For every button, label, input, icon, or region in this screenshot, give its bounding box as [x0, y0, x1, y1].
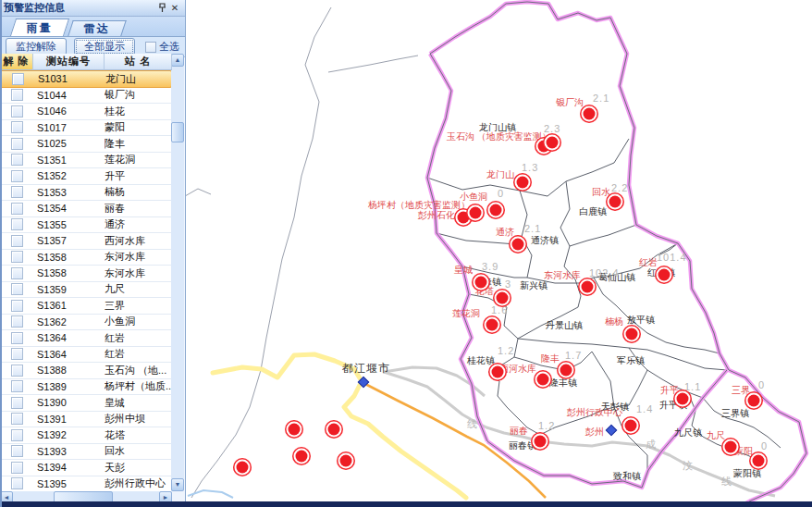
- station-marker-icon[interactable]: [582, 281, 594, 293]
- station-marker-icon[interactable]: [328, 424, 340, 436]
- release-checkbox[interactable]: [11, 89, 23, 101]
- release-checkbox[interactable]: [11, 380, 23, 392]
- release-checkbox[interactable]: [11, 283, 23, 295]
- table-row[interactable]: S1353 楠杨: [0, 185, 172, 202]
- table-row[interactable]: S1388 玉石沟 （地...: [0, 363, 172, 379]
- table-row[interactable]: S1392 花塔: [0, 427, 172, 444]
- station-marker-icon[interactable]: [470, 207, 482, 219]
- station-marker-icon[interactable]: [725, 441, 737, 453]
- table-row[interactable]: S1395 彭州行政中心: [0, 476, 172, 492]
- tab-rainfall[interactable]: 雨量: [10, 19, 69, 36]
- release-checkbox[interactable]: [11, 348, 23, 360]
- station-rainfall-value: 2.2: [611, 182, 628, 193]
- station-marker-icon[interactable]: [560, 365, 572, 377]
- station-marker-icon[interactable]: [296, 451, 308, 463]
- table-row[interactable]: S1044 银厂沟: [0, 88, 172, 105]
- table-row[interactable]: S1361 三界: [0, 298, 172, 315]
- select-all-checkbox[interactable]: [145, 42, 156, 53]
- release-checkbox[interactable]: [11, 105, 23, 117]
- station-marker-icon[interactable]: [340, 455, 352, 467]
- vertical-scrollbar[interactable]: ▲ ▼: [171, 54, 184, 491]
- station-marker-icon[interactable]: [609, 196, 621, 208]
- release-checkbox-cell: [0, 477, 33, 489]
- table-row[interactable]: S1359 九尺: [0, 282, 172, 299]
- station-marker-icon[interactable]: [458, 212, 470, 224]
- release-checkbox[interactable]: [11, 397, 23, 409]
- table-row[interactable]: S1046 桂花: [0, 104, 172, 120]
- release-checkbox[interactable]: [12, 73, 24, 85]
- station-marker-icon[interactable]: [517, 177, 529, 189]
- table-row[interactable]: S1355 通济: [0, 217, 172, 234]
- table-row[interactable]: S1357 西河水库: [0, 233, 172, 250]
- release-checkbox[interactable]: [11, 138, 23, 150]
- release-checkbox[interactable]: [11, 429, 23, 441]
- table-row[interactable]: S1358 东河水库: [0, 250, 172, 266]
- release-checkbox[interactable]: [11, 267, 23, 279]
- station-marker-icon[interactable]: [490, 204, 502, 216]
- release-checkbox[interactable]: [11, 235, 23, 247]
- station-marker-icon[interactable]: [753, 455, 765, 467]
- release-checkbox[interactable]: [11, 170, 23, 182]
- station-marker-icon[interactable]: [658, 269, 671, 281]
- table-row[interactable]: S1352 升平: [0, 168, 172, 185]
- table-row[interactable]: S1390 皇城: [0, 395, 172, 412]
- table-row[interactable]: S1031 龙门山: [0, 70, 172, 88]
- scroll-down-button[interactable]: ▼: [171, 478, 184, 491]
- table-row[interactable]: S1391 彭州中坝: [0, 412, 172, 428]
- table-row[interactable]: S1351 莲花洞: [0, 153, 172, 169]
- close-icon[interactable]: ✕: [168, 2, 181, 14]
- station-marker-icon[interactable]: [677, 393, 689, 405]
- release-checkbox[interactable]: [11, 365, 23, 377]
- station-marker-icon[interactable]: [748, 395, 760, 407]
- release-checkbox[interactable]: [11, 186, 23, 198]
- release-checkbox[interactable]: [11, 332, 23, 344]
- column-station-id[interactable]: 测站编号: [33, 54, 105, 70]
- town-label: 蒙阳镇: [733, 467, 761, 480]
- table-row[interactable]: S1393 回水: [0, 444, 172, 461]
- table-row[interactable]: S1017 蒙阳: [0, 120, 172, 137]
- town-label: 都江堰市: [342, 361, 390, 377]
- station-marker-icon[interactable]: [625, 420, 637, 432]
- table-row[interactable]: S1364 红岩: [0, 330, 172, 347]
- station-marker-icon[interactable]: [497, 292, 509, 304]
- release-checkbox[interactable]: [11, 462, 23, 474]
- release-checkbox[interactable]: [11, 300, 23, 312]
- release-checkbox[interactable]: [11, 413, 23, 425]
- scroll-up-button[interactable]: ▲: [171, 54, 184, 67]
- station-marker-icon[interactable]: [547, 137, 559, 149]
- station-marker-icon[interactable]: [289, 424, 301, 436]
- station-marker-icon[interactable]: [626, 328, 638, 340]
- station-marker-icon[interactable]: [475, 277, 487, 289]
- station-name-cell: 西河水库: [105, 234, 172, 248]
- station-marker-icon[interactable]: [237, 462, 249, 474]
- release-checkbox[interactable]: [11, 315, 23, 328]
- table-row[interactable]: S1362 小鱼洞: [0, 315, 172, 331]
- release-checkbox[interactable]: [11, 203, 23, 215]
- release-checkbox[interactable]: [11, 445, 23, 457]
- release-checkbox[interactable]: [11, 121, 23, 133]
- station-marker-icon[interactable]: [584, 108, 596, 120]
- table-row[interactable]: S1358 东河水库: [0, 266, 172, 282]
- release-checkbox[interactable]: [11, 154, 23, 166]
- table-row[interactable]: S1354 丽春: [0, 201, 172, 217]
- column-station-name[interactable]: 站 名: [105, 54, 172, 70]
- station-name-cell: 回水: [105, 444, 172, 458]
- pin-icon[interactable]: [155, 2, 168, 14]
- release-checkbox[interactable]: [11, 251, 23, 263]
- select-all-control[interactable]: 全选: [145, 40, 179, 54]
- station-marker-icon[interactable]: [492, 366, 504, 378]
- station-marker-icon[interactable]: [512, 239, 524, 251]
- release-checkbox[interactable]: [11, 477, 23, 489]
- release-checkbox[interactable]: [11, 218, 23, 230]
- station-rainfall-value: 1.1: [684, 381, 701, 392]
- column-release[interactable]: 解 除: [0, 54, 33, 70]
- tab-radar[interactable]: 雷达: [68, 20, 127, 36]
- vertical-scroll-thumb[interactable]: [171, 122, 184, 142]
- table-row[interactable]: S1025 隆丰: [0, 136, 172, 153]
- station-marker-icon[interactable]: [486, 319, 498, 331]
- table-row[interactable]: S1394 天彭: [0, 460, 172, 476]
- station-marker-icon[interactable]: [537, 374, 549, 386]
- table-row[interactable]: S1389 杨坪村（地质...: [0, 379, 172, 396]
- table-row[interactable]: S1364 红岩: [0, 347, 172, 364]
- station-marker-icon[interactable]: [535, 436, 547, 448]
